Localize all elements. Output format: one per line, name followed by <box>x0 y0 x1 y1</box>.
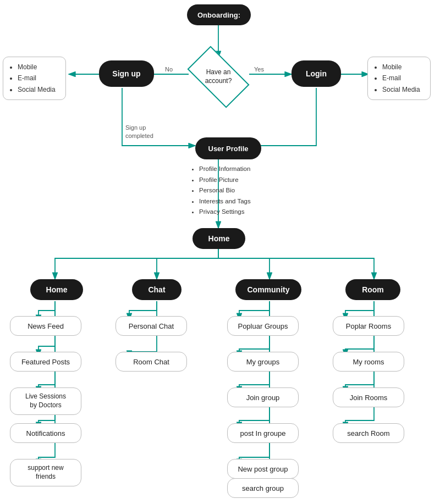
community-item-4: New post group <box>227 459 299 479</box>
flowchart-diagram: Onboarding: Have an account? Sign up Log… <box>0 0 440 504</box>
room-node: Room <box>345 279 400 300</box>
login-method-email: E-mail <box>382 73 424 84</box>
signup-completed-label: Sign up completed <box>125 124 153 141</box>
community-item-1: My groups <box>227 352 299 372</box>
profile-item-0: Profile Information <box>199 164 251 175</box>
room-item-0: Poplar Rooms <box>333 316 404 336</box>
community-item-2: Join group <box>227 387 299 407</box>
login-node: Login <box>292 60 341 87</box>
login-info-box: Mobile E-mail Social Media <box>367 57 431 100</box>
chat-node: Chat <box>132 279 182 300</box>
community-item-5: search group <box>227 478 299 498</box>
profile-item-2: Personal Bio <box>199 185 251 196</box>
login-method-social: Social Media <box>382 84 424 95</box>
home-item-3: Notifications <box>10 423 81 443</box>
user-profile-node: User Profile <box>195 137 261 159</box>
signup-node: Sign up <box>99 60 154 87</box>
profile-item-4: Privacy Settings <box>199 207 251 218</box>
community-item-0: Popluar Groups <box>227 316 299 336</box>
diamond-node: Have an account? <box>188 58 249 96</box>
login-method-mobile: Mobile <box>382 62 424 73</box>
room-item-3: search Room <box>333 423 404 443</box>
profile-item-3: Interests and Tags <box>199 196 251 207</box>
no-label: No <box>165 66 173 73</box>
room-item-1: My rooms <box>333 352 404 372</box>
home-sub-node: Home <box>30 279 83 300</box>
chat-item-1: Room Chat <box>116 352 187 372</box>
signup-info-box: Mobile E-mail Social Media <box>3 57 66 100</box>
home-main-node: Home <box>193 228 245 249</box>
onboarding-node: Onboarding: <box>187 4 251 25</box>
profile-info-list: Profile Information Profile Picture Pers… <box>191 164 251 218</box>
home-item-1: Featured Posts <box>10 352 81 372</box>
room-item-2: Join Rooms <box>333 387 404 407</box>
home-item-0: News Feed <box>10 316 81 336</box>
diamond-label: Have an account? <box>205 68 232 85</box>
signup-method-mobile: Mobile <box>18 62 59 73</box>
signup-method-email: E-mail <box>18 73 59 84</box>
home-item-4: support new friends <box>10 459 81 486</box>
yes-label: Yes <box>254 66 264 73</box>
signup-method-social: Social Media <box>18 84 59 95</box>
community-item-3: post In groupe <box>227 423 299 443</box>
home-item-2: Live Sessions by Doctors <box>10 387 81 415</box>
chat-item-0: Personal Chat <box>116 316 187 336</box>
community-node: Community <box>235 279 301 300</box>
profile-item-1: Profile Picture <box>199 175 251 186</box>
